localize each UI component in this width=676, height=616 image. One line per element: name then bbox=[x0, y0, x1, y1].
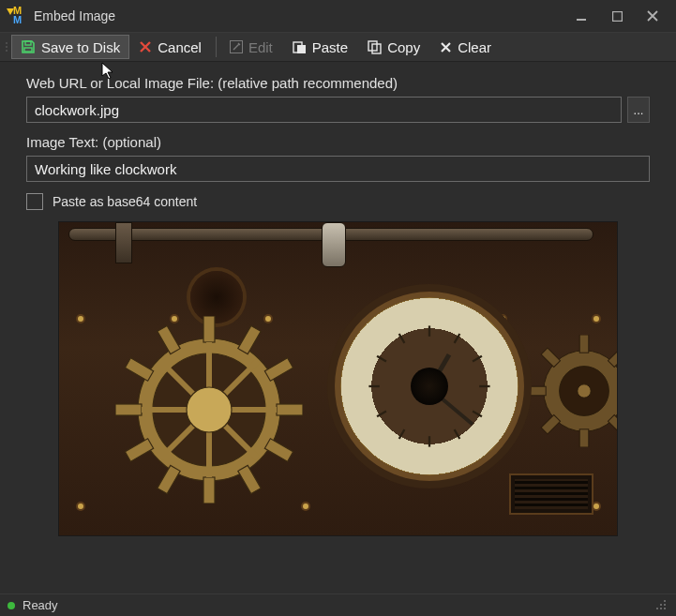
titlebar: M M Embed Image bbox=[0, 0, 676, 32]
cancel-label: Cancel bbox=[158, 39, 202, 55]
save-label: Save to Disk bbox=[41, 39, 120, 55]
window-title: Embed Image bbox=[34, 8, 115, 23]
svg-rect-19 bbox=[125, 358, 153, 381]
browse-button[interactable]: ... bbox=[627, 97, 650, 123]
paste-icon bbox=[293, 40, 307, 54]
svg-line-53 bbox=[377, 356, 386, 362]
svg-line-47 bbox=[473, 412, 482, 417]
image-text-input[interactable] bbox=[26, 156, 650, 182]
svg-rect-34 bbox=[579, 429, 589, 447]
svg-rect-15 bbox=[158, 465, 180, 493]
svg-point-42 bbox=[578, 384, 591, 398]
svg-line-54 bbox=[399, 334, 405, 343]
edit-button: Edit bbox=[220, 33, 283, 61]
svg-rect-3 bbox=[24, 48, 32, 52]
svg-point-31 bbox=[187, 387, 232, 432]
url-label: Web URL or Local Image File: (relative p… bbox=[26, 75, 650, 91]
svg-rect-18 bbox=[264, 439, 293, 461]
url-input[interactable] bbox=[26, 97, 622, 123]
svg-rect-36 bbox=[541, 414, 560, 433]
status-indicator-icon bbox=[8, 602, 15, 609]
toolbar-grip[interactable] bbox=[4, 33, 9, 61]
svg-rect-33 bbox=[579, 335, 589, 353]
paste-label: Paste bbox=[312, 39, 348, 55]
copy-button[interactable]: Copy bbox=[358, 33, 430, 61]
edit-label: Edit bbox=[248, 39, 273, 55]
svg-rect-12 bbox=[115, 404, 142, 415]
svg-line-45 bbox=[473, 356, 482, 362]
svg-rect-0 bbox=[577, 19, 586, 21]
svg-line-51 bbox=[377, 412, 386, 417]
copy-label: Copy bbox=[387, 39, 420, 55]
save-icon bbox=[21, 39, 36, 54]
base64-checkbox[interactable] bbox=[26, 193, 43, 210]
minimize-button[interactable] bbox=[565, 3, 597, 29]
svg-rect-38 bbox=[528, 386, 546, 396]
svg-rect-11 bbox=[203, 477, 215, 503]
svg-rect-14 bbox=[238, 325, 261, 353]
clear-icon bbox=[440, 41, 452, 53]
status-text: Ready bbox=[23, 598, 58, 612]
svg-rect-40 bbox=[541, 348, 560, 367]
image-text-label: Image Text: (optional) bbox=[26, 134, 650, 150]
close-button[interactable] bbox=[637, 3, 668, 29]
statusbar: Ready bbox=[0, 593, 676, 616]
svg-rect-10 bbox=[203, 316, 215, 342]
paste-button[interactable]: Paste bbox=[283, 33, 358, 61]
clear-label: Clear bbox=[458, 39, 491, 55]
svg-rect-16 bbox=[264, 358, 293, 381]
svg-rect-6 bbox=[297, 45, 306, 53]
svg-rect-21 bbox=[158, 325, 180, 353]
save-to-disk-button[interactable]: Save to Disk bbox=[11, 35, 129, 59]
copy-icon bbox=[368, 40, 382, 54]
base64-label: Paste as base64 content bbox=[53, 194, 197, 209]
toolbar: Save to Disk Cancel Edit Paste Copy Clea… bbox=[0, 32, 676, 62]
clear-button[interactable]: Clear bbox=[430, 33, 502, 61]
svg-rect-13 bbox=[277, 404, 303, 415]
resize-grip[interactable] bbox=[655, 599, 668, 612]
svg-rect-2 bbox=[25, 41, 31, 45]
svg-rect-1 bbox=[612, 11, 622, 21]
browse-label: ... bbox=[634, 103, 644, 117]
image-preview bbox=[58, 221, 618, 536]
svg-rect-17 bbox=[125, 439, 153, 461]
cancel-button[interactable]: Cancel bbox=[129, 33, 212, 61]
svg-rect-20 bbox=[238, 465, 261, 493]
cancel-icon bbox=[139, 40, 152, 53]
app-icon: M M bbox=[6, 6, 26, 26]
dialog-body: Web URL or Local Image File: (relative p… bbox=[0, 62, 676, 536]
edit-icon bbox=[230, 40, 243, 53]
svg-line-48 bbox=[455, 429, 460, 439]
maximize-button[interactable] bbox=[601, 3, 633, 29]
svg-line-50 bbox=[399, 429, 405, 439]
svg-line-44 bbox=[455, 334, 460, 343]
toolbar-separator bbox=[216, 37, 217, 57]
